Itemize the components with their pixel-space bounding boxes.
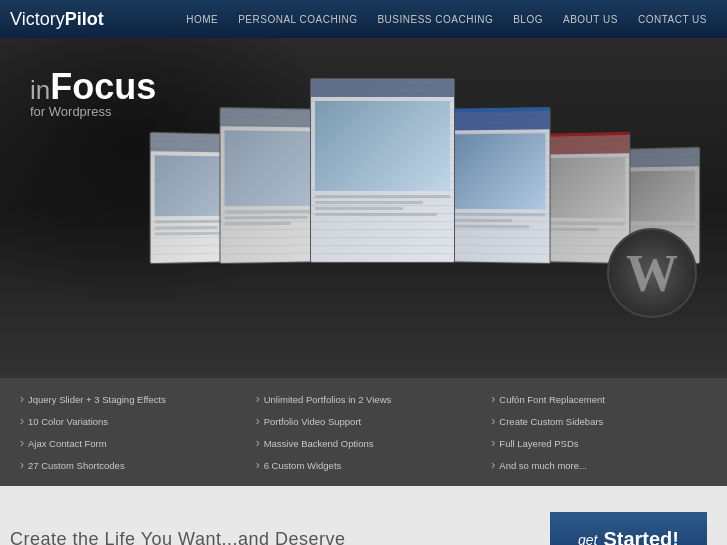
feature-9: Create Custom Sidebars (491, 412, 707, 430)
feature-11: And so much more... (491, 456, 707, 474)
hero-banner: inFocus for Wordpress (0, 38, 727, 378)
tagline: Create the Life You Want...and Deserve (10, 529, 346, 545)
logo-part1: Victory (10, 9, 65, 29)
wp-letter: W (626, 244, 678, 303)
product-title: inFocus for Wordpress (30, 66, 156, 119)
features-bar: Jquery Slider + 3 Staging Effects Unlimi… (0, 378, 727, 486)
feature-0: Jquery Slider + 3 Staging Effects (20, 390, 236, 408)
nav-about-us[interactable]: ABOUT US (553, 14, 628, 25)
feature-10: Full Layered PSDs (491, 434, 707, 452)
nav-contact-us[interactable]: CONTACT US (628, 14, 717, 25)
feature-2: Ajax Contact Form (20, 434, 236, 452)
nav-blog[interactable]: BLOG (503, 14, 553, 25)
feature-5: Portfolio Video Support (256, 412, 472, 430)
nav-personal-coaching[interactable]: PERSONAL COACHING (228, 14, 367, 25)
logo-part2: Pilot (65, 9, 104, 29)
cta-main-label: Started! (603, 528, 679, 545)
feature-7: 6 Custom Widgets (256, 456, 472, 474)
product-name: Focus (50, 66, 156, 107)
nav-home[interactable]: HOME (176, 14, 228, 25)
product-pre: in (30, 75, 50, 105)
feature-3: 27 Custom Shortcodes (20, 456, 236, 474)
main-nav: HOME PERSONAL COACHING BUSINESS COACHING… (176, 14, 717, 25)
cta-get-label: get (578, 532, 597, 546)
nav-business-coaching[interactable]: BUSINESS COACHING (367, 14, 503, 25)
logo: VictoryPilot (10, 9, 104, 30)
feature-4: Unlimited Portfolios in 2 Views (256, 390, 472, 408)
bottom-section: Create the Life You Want...and Deserve g… (0, 486, 727, 545)
feature-6: Massive Backend Options (256, 434, 472, 452)
feature-8: Cufón Font Replacement (491, 390, 707, 408)
screenshot-3 (310, 78, 455, 263)
feature-1: 10 Color Variations (20, 412, 236, 430)
wordpress-logo: W (607, 228, 697, 318)
get-started-button[interactable]: get Started! (550, 512, 707, 545)
header: VictoryPilot HOME PERSONAL COACHING BUSI… (0, 0, 727, 38)
